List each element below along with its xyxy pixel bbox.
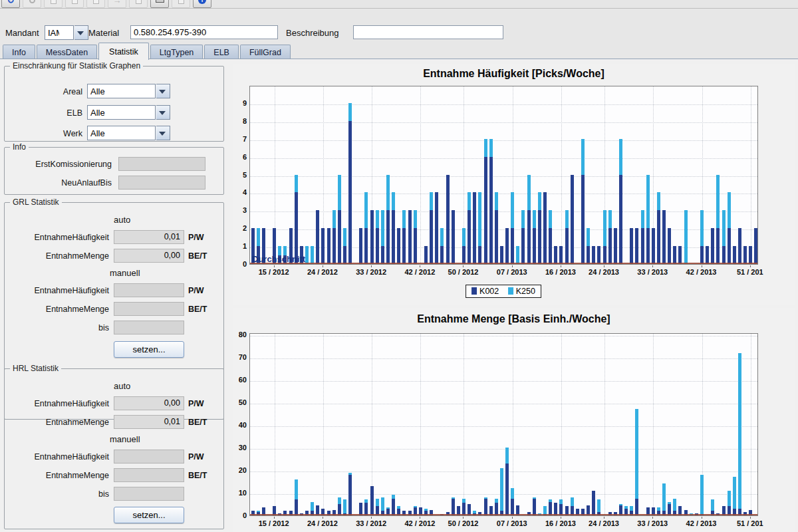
bar-segment-K250 [733,477,736,509]
bar-segment-K250 [495,499,498,503]
chart1-plot-area: Durchschnitt [249,86,758,265]
export-icon [178,0,184,4]
grl-auto-haeufigkeit-unit: P/W [188,233,204,242]
y-axis-tick-label: 0 [232,260,247,268]
areal-combobox[interactable]: Alle [87,84,156,98]
gridline [250,140,757,141]
areal-value: Alle [90,86,141,96]
x-axis-tick-label: 07 / 2013 [485,268,539,276]
print-button[interactable] [150,0,169,8]
bar-segment-K002 [533,228,536,264]
gridline [250,122,757,123]
bar-segment-K002 [700,246,704,264]
bar-segment-K250 [700,210,704,246]
edit-button[interactable] [65,0,84,8]
bar-segment-K002 [397,228,400,264]
k002-legend-label: K002 [479,287,499,296]
bar-segment-K002 [424,246,428,264]
bar-segment-K002 [364,228,368,264]
search-button[interactable] [23,0,41,8]
info-button[interactable]: i [193,0,211,8]
bar-segment-K002 [743,246,747,264]
copy-button[interactable] [86,0,105,8]
hrl-groupbox: HRL Statistik auto EntnahmeHäufigkeit 0,… [4,368,224,529]
y-axis-tick-label: 9 [232,99,247,107]
bar-segment-K002 [381,246,384,264]
bar-segment-K002 [473,192,476,264]
elb-combobox[interactable]: Alle [87,105,156,120]
forward-button[interactable]: → [108,0,126,8]
axis-tick [463,265,464,267]
bar-segment-K250 [397,506,400,508]
hrl-setzen-button[interactable]: setzen... [114,507,184,523]
bar-segment-K250 [452,497,455,499]
chart2-plot-area [249,333,758,516]
tab-info[interactable]: Info [3,45,35,59]
bar-segment-K250 [376,499,379,507]
bar-segment-K250 [343,499,346,513]
axis-tick [274,265,275,267]
bar-segment-K250 [565,210,569,228]
toolbar: ↻ → i [0,0,798,9]
bar-segment-K002 [348,475,352,515]
bar-segment-K002 [716,228,720,264]
gridline [250,381,757,382]
x-axis-tick-label: 33 / 2013 [626,268,679,276]
bar-segment-K250 [527,175,531,211]
y-axis-tick-label: 70 [232,353,247,361]
gridline [250,194,757,194]
areal-label: Areal [63,87,82,96]
grl-bis-field[interactable] [114,321,184,334]
gridline [561,334,562,515]
areal-dropdown-button[interactable] [156,84,170,98]
edit-icon [72,0,78,4]
delete-button[interactable] [129,0,148,8]
hrl-group-title: HRL Statistik [10,364,61,373]
entnahme-haeufigkeit-chart: Entnahme Häufigkeit [Picks/Woche] Durchs… [233,64,795,305]
filter-group-title: Einschränkung für Statistik Graphen [10,61,143,70]
mandant-dropdown-button[interactable] [74,25,88,40]
tab-statistik[interactable]: Statistik [98,43,149,60]
grl-auto-menge-field: 0,00 [114,249,184,263]
chart2-title: Entnahme Menge [Basis Einh./Woche] [233,313,795,325]
export-button[interactable] [172,0,190,8]
new-document-button[interactable] [44,0,63,8]
axis-tick [652,265,653,267]
bar-segment-K250 [657,192,660,210]
hrl-man-menge-field[interactable] [114,468,184,482]
werk-dropdown-button[interactable] [156,126,170,140]
bar-segment-K250 [738,353,741,509]
refresh-button[interactable]: ↻ [1,0,20,8]
bar-segment-K002 [511,228,514,264]
forward-icon: → [113,0,122,5]
grl-setzen-button[interactable]: setzen... [114,341,184,358]
tab-messdaten[interactable]: MessDaten [37,45,97,59]
gridline [275,334,275,515]
bar-segment-K002 [733,246,736,264]
axis-tick [702,265,702,267]
tab-ltgtypen[interactable]: LtgTypen [150,45,203,59]
beschreibung-input[interactable] [353,25,503,39]
bar-segment-K250 [619,504,622,505]
tab-fuellgrad[interactable]: FüllGrad [240,45,291,59]
bar-segment-K250 [728,491,731,507]
y-axis-tick-label: 6 [232,153,247,161]
material-input[interactable]: 0.580.254.975-390 [130,25,278,39]
bar-segment-K250 [635,409,638,498]
hrl-man-haeufigkeit-field[interactable] [114,450,184,464]
bar-segment-K250 [343,228,346,246]
gridline [653,334,654,515]
bar-segment-K250 [641,210,644,228]
hrl-bis-field[interactable] [114,487,184,501]
elb-dropdown-button[interactable] [156,105,170,120]
bar-segment-K002 [467,210,471,264]
mandant-value: IAM [48,28,59,38]
grl-man-menge-field[interactable] [114,302,184,316]
gridline [561,86,562,264]
tab-elb[interactable]: ELB [204,45,239,59]
bar-segment-K002 [408,210,412,264]
grl-man-haeufigkeit-field[interactable] [114,283,184,297]
werk-combobox[interactable]: Alle [87,126,156,140]
axis-tick [323,265,323,267]
mandant-combobox[interactable]: IAM [45,25,74,40]
